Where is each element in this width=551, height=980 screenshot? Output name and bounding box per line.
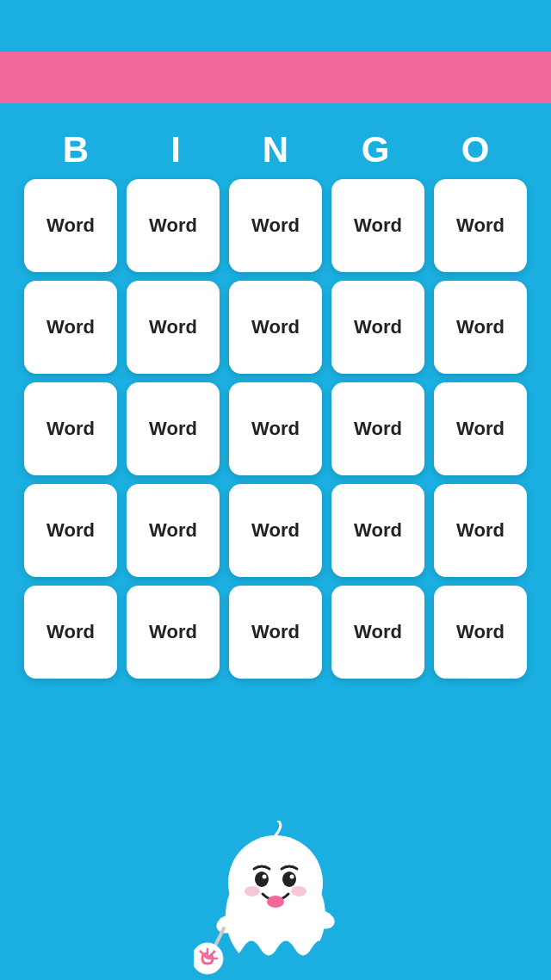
bingo-header-I: I <box>129 129 222 171</box>
bingo-cell-1-1[interactable]: Word <box>127 281 220 374</box>
svg-point-5 <box>290 875 294 879</box>
svg-point-6 <box>267 896 284 908</box>
svg-point-3 <box>282 871 296 887</box>
bingo-cell-0-1[interactable]: Word <box>127 179 220 272</box>
bingo-row-1: WordWordWordWordWord <box>24 281 527 374</box>
bingo-cell-1-2[interactable]: Word <box>229 281 322 374</box>
bingo-cell-1-4[interactable]: Word <box>434 281 527 374</box>
bingo-row-0: WordWordWordWordWord <box>24 179 527 272</box>
bingo-grid: WordWordWordWordWordWordWordWordWordWord… <box>24 179 527 679</box>
bingo-row-2: WordWordWordWordWord <box>24 382 527 475</box>
bingo-cell-1-3[interactable]: Word <box>331 281 424 374</box>
bingo-row-3: WordWordWordWordWord <box>24 484 527 577</box>
svg-point-7 <box>245 886 260 896</box>
bingo-cell-4-0[interactable]: Word <box>24 586 117 679</box>
bingo-cell-2-0[interactable]: Word <box>24 382 117 475</box>
bingo-column-headers: BINGO <box>24 129 527 171</box>
bingo-cell-3-0[interactable]: Word <box>24 484 117 577</box>
bingo-cell-2-1[interactable]: Word <box>127 382 220 475</box>
bingo-header-B: B <box>29 129 122 171</box>
mascot-ghost <box>194 821 357 980</box>
bingo-row-4: WordWordWordWordWord <box>24 586 527 679</box>
bingo-header-O: O <box>429 129 522 171</box>
bingo-cell-0-2[interactable]: Word <box>229 179 322 272</box>
bingo-container: BINGO WordWordWordWordWordWordWordWordWo… <box>0 103 551 696</box>
bingo-cell-3-4[interactable]: Word <box>434 484 527 577</box>
header-banner <box>0 52 551 103</box>
bingo-header-G: G <box>329 129 422 171</box>
svg-point-1 <box>228 835 323 930</box>
bingo-header-N: N <box>229 129 322 171</box>
svg-point-4 <box>263 875 267 879</box>
mascot-area <box>189 816 362 980</box>
bingo-cell-2-3[interactable]: Word <box>331 382 424 475</box>
bingo-cell-2-4[interactable]: Word <box>434 382 527 475</box>
bingo-cell-0-3[interactable]: Word <box>331 179 424 272</box>
bingo-cell-4-4[interactable]: Word <box>434 586 527 679</box>
bingo-cell-0-4[interactable]: Word <box>434 179 527 272</box>
bingo-cell-1-0[interactable]: Word <box>24 281 117 374</box>
bingo-cell-3-1[interactable]: Word <box>127 484 220 577</box>
svg-point-8 <box>291 886 306 896</box>
bingo-cell-3-3[interactable]: Word <box>331 484 424 577</box>
bingo-cell-0-0[interactable]: Word <box>24 179 117 272</box>
svg-point-2 <box>255 871 269 887</box>
bingo-cell-3-2[interactable]: Word <box>229 484 322 577</box>
bingo-cell-4-2[interactable]: Word <box>229 586 322 679</box>
bingo-cell-2-2[interactable]: Word <box>229 382 322 475</box>
bingo-cell-4-3[interactable]: Word <box>331 586 424 679</box>
bingo-cell-4-1[interactable]: Word <box>127 586 220 679</box>
